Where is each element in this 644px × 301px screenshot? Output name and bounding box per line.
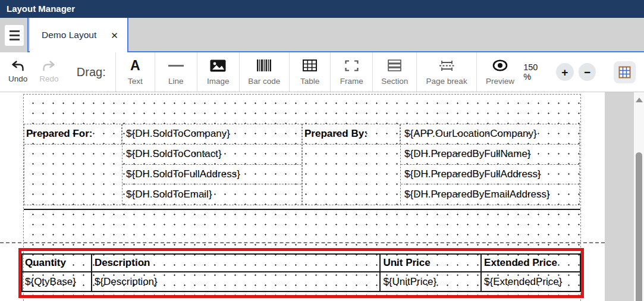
header-unit-price[interactable]: Unit Price [380, 254, 481, 272]
drag-label: Drag: [67, 65, 115, 79]
toolbar: Undo Redo Drag: A Text Line [0, 52, 644, 92]
field-our-location-company[interactable]: ${APP.OurLocationCompany} [401, 124, 579, 145]
cell-description[interactable]: ${Description} [92, 272, 381, 291]
tool-text[interactable]: A Text [115, 52, 155, 92]
prepared-for-section[interactable]: Prepared For: ${DH.SoldToCompany} ${DH.S… [24, 124, 302, 205]
prepared-by-section[interactable]: Prepared By: ${APP.OurLocationCompany} $… [302, 124, 580, 205]
header-quantity[interactable]: Quantity [22, 254, 92, 272]
items-table-header-row: Quantity Description Unit Price Extended… [22, 254, 580, 272]
tool-pagebreak[interactable]: Page break [416, 52, 476, 92]
table-tool-icon [303, 58, 317, 73]
pagebreak-tool-icon [439, 58, 455, 73]
header-extended-price[interactable]: Extended Price [481, 254, 580, 272]
tool-frame[interactable]: Frame [330, 52, 372, 92]
tab-bar: Demo Layout ✕ [0, 18, 644, 52]
tool-image[interactable]: Image [197, 52, 239, 92]
preview-eye-icon [492, 58, 508, 73]
prepared-by-fields: ${APP.OurLocationCompany} ${DH.PreparedB… [400, 124, 579, 205]
header-description[interactable]: Description [92, 254, 381, 272]
redo-label: Redo [39, 74, 58, 83]
zoom-out-button[interactable]: − [579, 63, 596, 81]
tool-table[interactable]: Table [289, 52, 331, 92]
barcode-tool-icon [256, 58, 272, 73]
canvas-gutter [605, 92, 634, 301]
field-prepared-by-email-address[interactable]: ${DH.PreparedByEmailAddress} [401, 184, 579, 205]
undo-button[interactable]: Undo [8, 61, 27, 83]
hamburger-icon [10, 30, 20, 32]
field-prepared-by-full-address[interactable]: ${DH.PreparedByFullAddress} [401, 165, 579, 185]
cell-qty-base[interactable]: ${QtyBase} [22, 272, 92, 291]
vertical-scrollbar[interactable] [634, 92, 644, 301]
tool-line[interactable]: Line [155, 52, 197, 92]
hamburger-menu-button[interactable] [5, 25, 24, 46]
tool-barcode[interactable]: Bar code [239, 52, 289, 92]
section-tool-icon [388, 58, 401, 73]
items-table-selection-highlight[interactable]: Quantity Description Unit Price Extended… [18, 248, 584, 298]
zoom-level: 150 % [523, 62, 548, 81]
zoom-controls: 150 % + − [523, 52, 644, 92]
tab-close-icon[interactable]: ✕ [111, 31, 118, 40]
redo-button[interactable]: Redo [39, 61, 58, 83]
zoom-in-button[interactable]: + [556, 63, 574, 81]
frame-tool-icon [345, 58, 359, 73]
cell-unit-price[interactable]: ${UnitPrice} [380, 272, 481, 291]
tool-preview[interactable]: Preview [476, 52, 523, 92]
field-sold-to-full-address[interactable]: ${DH.SoldToFullAddress} [122, 165, 301, 185]
undo-label: Undo [8, 74, 27, 83]
field-prepared-by-full-name[interactable]: ${DH.PreparedByFullName} [401, 145, 579, 165]
undo-icon [11, 61, 24, 71]
horizontal-rule-line[interactable] [24, 209, 580, 210]
text-tool-icon: A [130, 58, 140, 73]
items-table[interactable]: Quantity Description Unit Price Extended… [21, 253, 581, 292]
grid-toggle-icon [618, 66, 631, 79]
tab-demo-layout[interactable]: Demo Layout ✕ [30, 18, 128, 52]
scrollbar-thumb[interactable] [636, 152, 642, 301]
grid-toggle-button[interactable] [614, 61, 636, 83]
window-title: Layout Manager [0, 0, 644, 18]
items-table-data-row: ${QtyBase} ${Description} ${UnitPrice} $… [22, 272, 580, 291]
image-tool-icon [210, 58, 226, 73]
layout-page[interactable]: Prepared For: ${DH.SoldToCompany} ${DH.S… [0, 92, 605, 301]
redo-icon [42, 61, 55, 71]
design-canvas: Prepared For: ${DH.SoldToCompany} ${DH.S… [0, 92, 644, 301]
line-tool-icon [168, 58, 184, 73]
layout-manager-app: Layout Manager Demo Layout ✕ [0, 0, 644, 301]
history-group: Undo Redo [0, 52, 67, 92]
tool-section[interactable]: Section [372, 52, 416, 92]
cell-extended-price[interactable]: ${ExtendedPrice} [481, 272, 580, 291]
scrollbar-up-arrow-icon[interactable] [636, 98, 643, 102]
prepared-for-fields: ${DH.SoldToCompany} ${DH.SoldToContact} … [122, 124, 301, 205]
prepared-by-label[interactable]: Prepared By: [303, 124, 400, 145]
menu-section [0, 18, 29, 52]
prepared-for-label[interactable]: Prepared For: [24, 124, 122, 145]
field-sold-to-email[interactable]: ${DH.SoldToEmail} [122, 184, 301, 205]
field-sold-to-company[interactable]: ${DH.SoldToCompany} [122, 124, 301, 145]
tab-label: Demo Layout [42, 30, 96, 40]
field-sold-to-contact[interactable]: ${DH.SoldToContact} [122, 145, 301, 165]
band-separator-dashed [0, 242, 605, 243]
